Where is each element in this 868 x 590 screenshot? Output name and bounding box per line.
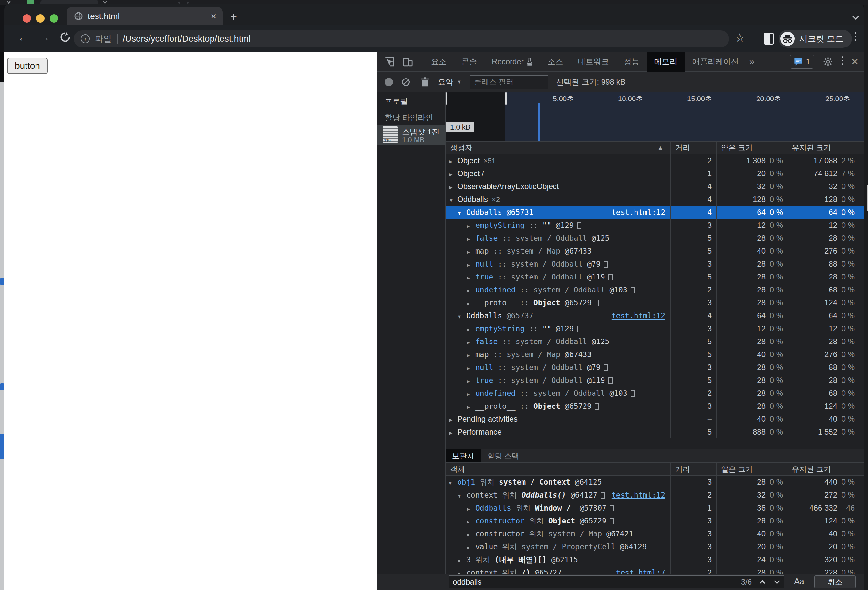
- devtools-close-icon[interactable]: ×: [852, 56, 858, 68]
- column-distance[interactable]: 거리: [670, 463, 716, 475]
- retainers-tab[interactable]: 보관자: [446, 450, 481, 462]
- expander-icon[interactable]: ▶: [467, 401, 475, 413]
- table-row[interactable]: ▶Object /1200 %74 6127 %: [446, 167, 864, 180]
- expander-icon[interactable]: ▶: [458, 554, 466, 566]
- traffic-light-minimize[interactable]: [36, 14, 44, 23]
- expander-icon[interactable]: ▶: [467, 220, 475, 232]
- table-row[interactable]: ▼Oddballs @65731test.html:124640 %640 %: [446, 206, 864, 219]
- table-row[interactable]: ▶true :: system / Oddball @1195280 %280 …: [446, 271, 864, 283]
- forward-button[interactable]: →: [39, 31, 50, 44]
- next-match-button[interactable]: [770, 576, 784, 588]
- cancel-button[interactable]: 취소: [814, 575, 856, 589]
- column-distance[interactable]: 거리: [670, 142, 716, 154]
- back-button[interactable]: ←: [18, 31, 29, 44]
- table-row[interactable]: ▶Object ×5121 3080 %17 0882 %: [446, 154, 864, 167]
- device-toolbar-icon[interactable]: [402, 56, 413, 67]
- expander-icon[interactable]: ▶: [449, 168, 457, 180]
- expander-icon[interactable]: ▶: [467, 297, 475, 309]
- table-row[interactable]: ▶undefined :: system / Oddball @1032280 …: [446, 283, 864, 296]
- side-panel-icon[interactable]: [764, 33, 774, 44]
- page-button[interactable]: button: [7, 58, 48, 74]
- previous-match-button[interactable]: [755, 576, 769, 588]
- devtools-tab-network[interactable]: 네트워크: [571, 52, 616, 72]
- column-shallow-size[interactable]: 얕은 크기: [716, 463, 787, 475]
- search-input[interactable]: [449, 576, 741, 588]
- devtools-tab-recorder[interactable]: Recorder: [484, 52, 540, 72]
- table-row[interactable]: ▼context 위치 Oddballs() @64127test.html:1…: [446, 488, 864, 501]
- perspective-select[interactable]: 요약 ▼: [438, 77, 462, 87]
- table-row[interactable]: ▶context 위치 /) @65727test.html:72280 %22…: [446, 566, 864, 574]
- table-row[interactable]: ▶value 위치 system / PropertyCell @6412932…: [446, 540, 864, 553]
- expander-icon[interactable]: ▶: [449, 426, 457, 438]
- table-row[interactable]: ▶emptyString :: "" @1293120 %120 %: [446, 219, 864, 232]
- url-bar[interactable]: i 파일 /Users/yceffort/Desktop/test.html: [74, 30, 729, 47]
- traffic-light-maximize[interactable]: [50, 14, 58, 23]
- issues-badge[interactable]: 1: [790, 55, 814, 69]
- page-info-icon[interactable]: i: [81, 34, 90, 43]
- table-row[interactable]: ▶Oddballs 위치 Window / @578071360 %466 33…: [446, 501, 864, 515]
- devtools-tab-elements[interactable]: 요소: [424, 52, 454, 72]
- browser-tab[interactable]: test.html ×: [66, 7, 223, 25]
- devtools-tab-memory[interactable]: 메모리: [647, 52, 685, 72]
- devtools-tab-console[interactable]: 콘솔: [454, 52, 484, 72]
- allocation-timeline-chart[interactable]: 5.00초10.00초15.00초20.00초25.00초30.00초 1.0 …: [446, 92, 864, 141]
- table-row[interactable]: ▶constructor 위치 system / Map @674213400 …: [446, 527, 864, 540]
- expander-icon[interactable]: ▶: [467, 503, 475, 515]
- expander-icon[interactable]: ▶: [467, 388, 475, 400]
- table-row[interactable]: ▼Oddballs ×241280 %1280 %: [446, 193, 864, 206]
- table-row[interactable]: ▶3 위치 (내부 배열)[] @621153240 %3200 %: [446, 553, 864, 566]
- expander-icon[interactable]: ▶: [467, 515, 475, 527]
- expander-icon[interactable]: ▶: [449, 181, 457, 193]
- selection-handle-left[interactable]: [446, 92, 447, 105]
- table-row[interactable]: ▶ObservableArrayExoticObject4320 %320 %: [446, 180, 864, 193]
- table-row[interactable]: ▶null :: system / Oddball @793280 %880 %: [446, 361, 864, 374]
- table-row[interactable]: ▶false :: system / Oddball @1255280 %280…: [446, 232, 864, 245]
- settings-gear-icon[interactable]: [823, 56, 833, 67]
- table-row[interactable]: ▶map :: system / Map @674335400 %2760 %: [446, 245, 864, 257]
- match-case-button[interactable]: Aa: [794, 577, 805, 586]
- expander-icon[interactable]: ▶: [467, 349, 475, 361]
- reload-button[interactable]: [59, 31, 71, 43]
- expander-icon[interactable]: ▼: [458, 207, 466, 219]
- expander-icon[interactable]: ▶: [467, 284, 475, 296]
- tab-close-icon[interactable]: ×: [211, 11, 216, 21]
- table-row[interactable]: ▶Pending activities–400 %400 %: [446, 413, 864, 426]
- table-row[interactable]: ▼obj1 위치 system / Context @641253280 %44…: [446, 476, 864, 488]
- new-tab-button[interactable]: +: [230, 11, 237, 23]
- expander-icon[interactable]: ▶: [467, 362, 475, 374]
- traffic-light-close[interactable]: [23, 14, 31, 23]
- column-object[interactable]: 객체: [446, 463, 670, 475]
- tab-overflow-chevron-icon[interactable]: [852, 13, 859, 20]
- expander-icon[interactable]: ▶: [458, 567, 466, 574]
- table-row[interactable]: ▶__proto__ :: Object @657293280 %1240 %: [446, 296, 864, 309]
- column-constructor[interactable]: 생성자▲: [446, 142, 670, 154]
- table-row[interactable]: ▶true :: system / Oddball @1195280 %280 …: [446, 374, 864, 387]
- table-row[interactable]: ▶null :: system / Oddball @793280 %880 %: [446, 257, 864, 271]
- snapshot-item[interactable]: 1% 스냅샷 1전 1.0 MB: [377, 125, 446, 145]
- delete-profile-icon[interactable]: [421, 77, 430, 87]
- browser-menu-icon[interactable]: [855, 32, 856, 43]
- clear-profiles-icon[interactable]: [402, 78, 410, 86]
- more-tabs-chevron[interactable]: »: [750, 56, 755, 67]
- expander-icon[interactable]: ▶: [467, 245, 475, 257]
- expander-icon[interactable]: ▶: [467, 323, 475, 335]
- expander-icon[interactable]: ▶: [467, 259, 475, 271]
- expander-icon[interactable]: ▼: [449, 194, 457, 206]
- column-shallow-size[interactable]: 얕은 크기: [716, 142, 787, 154]
- expander-icon[interactable]: ▼: [458, 489, 466, 501]
- column-retained-size[interactable]: 유지된 크기: [787, 463, 859, 475]
- table-row[interactable]: ▶__proto__ :: Object @657293280 %1240 %: [446, 400, 864, 413]
- expander-icon[interactable]: ▶: [467, 233, 475, 245]
- devtools-tab-performance[interactable]: 성능: [616, 52, 647, 72]
- expander-icon[interactable]: ▼: [449, 476, 457, 488]
- source-link[interactable]: test.html:12: [612, 206, 665, 219]
- expander-icon[interactable]: ▶: [467, 271, 475, 283]
- record-heap-icon[interactable]: [385, 78, 393, 86]
- expander-icon[interactable]: ▶: [449, 414, 457, 426]
- table-row[interactable]: ▶emptyString :: "" @1293120 %120 %: [446, 322, 864, 335]
- bookmark-star-icon[interactable]: ☆: [735, 31, 745, 44]
- table-row[interactable]: ▶constructor 위치 Object @657293280 %1240 …: [446, 515, 864, 527]
- devtools-tab-application[interactable]: 애플리케이션: [685, 52, 746, 72]
- devtools-menu-icon[interactable]: [841, 56, 843, 67]
- inspect-icon[interactable]: [384, 56, 395, 67]
